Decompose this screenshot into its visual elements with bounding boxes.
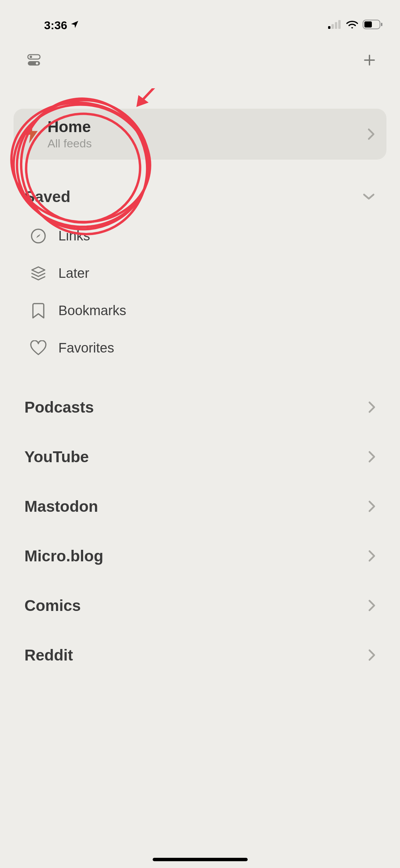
section-youtube[interactable]: YouTube [0, 448, 400, 466]
chevron-right-icon [368, 451, 376, 463]
section-title: Comics [24, 596, 81, 615]
svg-rect-1 [331, 24, 334, 29]
home-feed-row[interactable]: Home All feeds [14, 109, 386, 160]
section-saved-header[interactable]: Saved [0, 187, 400, 206]
chevron-right-icon [368, 649, 376, 661]
svg-rect-0 [328, 26, 330, 29]
svg-marker-21 [136, 95, 149, 107]
chevron-down-icon [362, 193, 376, 201]
cellular-icon [328, 20, 342, 30]
svg-point-8 [30, 56, 32, 58]
svg-rect-7 [28, 55, 40, 59]
status-time: 3:36 [44, 19, 67, 32]
chevron-right-icon [368, 599, 376, 612]
saved-item-links[interactable]: Links [30, 217, 376, 255]
home-subtitle: All feeds [47, 137, 359, 150]
svg-rect-6 [381, 23, 382, 26]
add-icon[interactable] [363, 53, 376, 68]
section-mastodon[interactable]: Mastodon [0, 497, 400, 516]
saved-list: Links Later Bookmarks Favorites [0, 217, 400, 367]
bolt-icon [24, 124, 39, 145]
saved-label: Links [58, 228, 90, 243]
svg-marker-14 [32, 267, 45, 273]
svg-rect-3 [338, 20, 341, 29]
section-podcasts[interactable]: Podcasts [0, 398, 400, 416]
svg-rect-2 [335, 22, 337, 29]
status-bar: 3:36 [0, 0, 400, 41]
nav-bar [0, 41, 400, 75]
svg-rect-5 [364, 21, 372, 28]
section-reddit[interactable]: Reddit [0, 646, 400, 664]
saved-label: Bookmarks [58, 303, 126, 318]
section-title: Reddit [24, 646, 73, 664]
home-text: Home All feeds [47, 118, 359, 150]
home-indicator[interactable] [153, 858, 248, 861]
saved-label: Favorites [58, 340, 114, 356]
section-title: Mastodon [24, 497, 98, 516]
section-microblog[interactable]: Micro.blog [0, 547, 400, 565]
status-right [328, 20, 383, 31]
saved-item-bookmarks[interactable]: Bookmarks [30, 292, 376, 329]
battery-icon [363, 20, 383, 31]
heart-icon [30, 340, 47, 357]
section-title: Podcasts [24, 398, 94, 416]
section-comics[interactable]: Comics [0, 596, 400, 615]
svg-rect-9 [28, 61, 40, 66]
settings-toggle-icon[interactable] [27, 54, 41, 68]
svg-point-10 [36, 62, 38, 65]
stack-icon [30, 265, 47, 282]
svg-line-20 [139, 88, 166, 104]
wifi-icon [346, 20, 359, 31]
location-icon [70, 20, 79, 31]
bookmark-icon [30, 302, 47, 319]
chevron-right-icon [368, 401, 376, 413]
chevron-right-icon [368, 500, 376, 512]
section-title: Saved [24, 187, 71, 206]
home-title: Home [47, 118, 359, 135]
saved-item-favorites[interactable]: Favorites [30, 329, 376, 367]
saved-item-later[interactable]: Later [30, 255, 376, 292]
section-title: YouTube [24, 448, 89, 466]
safari-icon [30, 228, 47, 245]
chevron-right-icon [367, 128, 375, 140]
saved-label: Later [58, 266, 89, 281]
section-title: Micro.blog [24, 547, 103, 565]
chevron-right-icon [368, 550, 376, 562]
status-left: 3:36 [44, 19, 79, 32]
